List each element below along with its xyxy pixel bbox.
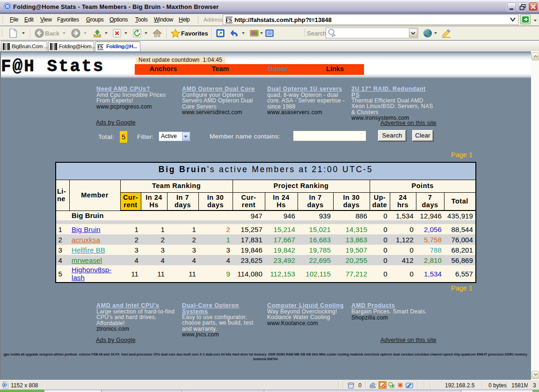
svg-text:FS: FS	[226, 17, 232, 23]
svg-text:FS: FS	[97, 44, 103, 50]
